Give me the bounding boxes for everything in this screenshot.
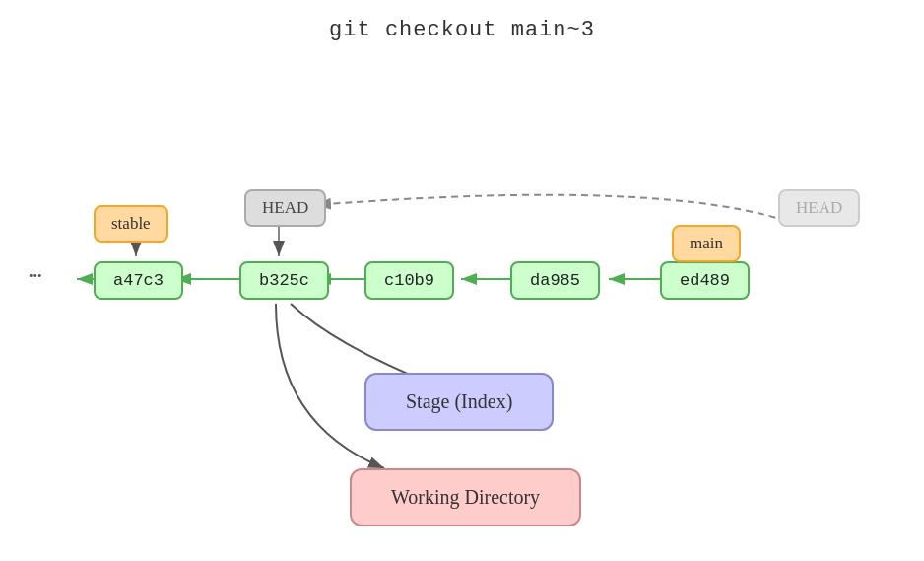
label-head-current: HEAD [244,189,326,227]
label-stable: stable [94,205,168,243]
dots-label: ··· [28,261,41,291]
stage-area: Stage (Index) [364,373,554,431]
label-main: main [672,225,741,262]
label-head-old: HEAD [778,189,860,227]
commit-da985: da985 [510,261,600,300]
working-directory-area: Working Directory [350,468,581,526]
commit-a47c3: a47c3 [94,261,183,300]
title: git checkout main~3 [0,0,924,42]
commit-ed489: ed489 [660,261,750,300]
commit-b325c: b325c [239,261,329,300]
commit-c10b9: c10b9 [364,261,454,300]
